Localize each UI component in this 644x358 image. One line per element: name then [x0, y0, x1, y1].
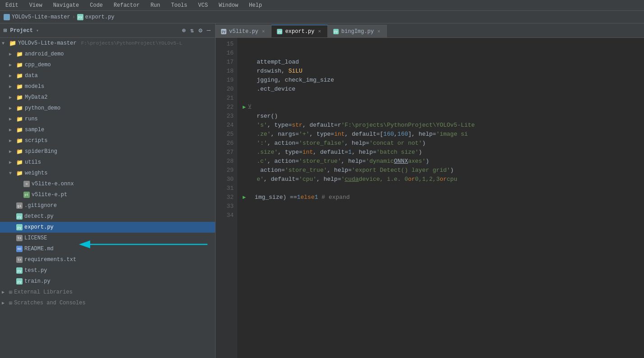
line-num-26: 26 [216, 139, 234, 148]
line-num-24: 24 [216, 121, 234, 130]
sidebar-item-cpp_demo[interactable]: ▶ 📁 cpp_demo [0, 60, 215, 70]
expand-arrow: ▶ [9, 116, 14, 122]
sidebar-item-python_demo[interactable]: ▶ 📁 python_demo [0, 103, 215, 114]
folder-label: runs [25, 116, 38, 122]
sidebar-item-external-libs[interactable]: ▶ ⊞ External Libraries [0, 287, 215, 298]
code-token: 'store_true' [285, 166, 327, 175]
run-gutter-icon[interactable]: ▶ [243, 103, 246, 112]
code-token: , type= [309, 130, 334, 139]
tab-export[interactable]: py export.py × [271, 25, 327, 37]
spacer [9, 225, 14, 230]
expand-arrow: ▶ [2, 300, 7, 306]
tab-icon-bingimg: py [333, 29, 339, 34]
sidebar-item-requirements[interactable]: tx requirements.txt [0, 254, 215, 265]
sidebar-tree: ▼ 📁 YOLOv5-Lite-master F:\projects\Pytho… [0, 38, 215, 358]
folder-icon: 📁 [16, 83, 23, 90]
code-line-16 [243, 49, 644, 58]
menu-code[interactable]: Code [88, 1, 105, 9]
sidebar-header: ⊞ Project ▾ ⊕ ⇅ ⚙ — [0, 23, 215, 38]
breadcrumb-file[interactable]: export.py [85, 14, 115, 20]
code-token: '+' [299, 130, 309, 139]
line-num-30: 30 [216, 175, 234, 184]
file-label: v5lite-e.onnx [32, 181, 74, 187]
sidebar-collapse-icon[interactable]: ⇅ [189, 26, 195, 35]
code-token: ) [450, 166, 454, 175]
sidebar-item-v5lite-onnx[interactable]: o v5lite-e.onnx [0, 179, 215, 189]
sidebar-item-android_demo[interactable]: ▶ 📁 android_demo [0, 49, 215, 60]
folder-icon: 📁 [16, 62, 23, 69]
code-token: .ect_device [243, 85, 295, 94]
sidebar-item-spiderbing[interactable]: ▶ 📁 spiderBing [0, 146, 215, 157]
sidebar-settings-icon[interactable]: ⚙ [198, 26, 203, 35]
sidebar-item-root[interactable]: ▼ 📁 YOLOv5-Lite-master F:\projects\Pytho… [0, 38, 215, 49]
menu-tools[interactable]: Tools [169, 1, 189, 9]
code-token: .c' [257, 157, 267, 166]
main-layout: ⊞ Project ▾ ⊕ ⇅ ⚙ — ▼ 📁 YOLOv5-Lite-mast… [0, 23, 644, 358]
sidebar-item-utils[interactable]: ▶ 📁 utils [0, 157, 215, 168]
breadcrumb-project[interactable]: YOLOv5-Lite-master [12, 14, 70, 20]
menu-refactor[interactable]: Refactor [112, 1, 142, 9]
tab-close-v5lite[interactable]: × [261, 28, 266, 35]
file-label: detect.py [24, 213, 54, 220]
menu-view[interactable]: View [28, 1, 44, 9]
sidebar-item-models[interactable]: ▶ 📁 models [0, 81, 215, 92]
sidebar-item-sample[interactable]: ▶ 📁 sample [0, 124, 215, 135]
line-num-21: 21 [216, 94, 234, 103]
line-num-15: 15 [216, 40, 234, 49]
line-num-16: 16 [216, 49, 234, 58]
scratches-icon: ⊞ [9, 300, 12, 307]
line-num-18: 18 [216, 67, 234, 76]
menu-edit[interactable]: Edit [4, 1, 20, 9]
sidebar-item-detect-py[interactable]: py detect.py [0, 211, 215, 222]
sidebar-item-v5lite-pt[interactable]: pt v5lite-e.pt [0, 189, 215, 200]
sidebar-item-mydata2[interactable]: ▶ 📁 MyData2 [0, 92, 215, 103]
code-token: 'cpu' [299, 175, 317, 184]
menu-navigate[interactable]: Navigate [51, 1, 81, 9]
code-token: 'store_false' [299, 139, 345, 148]
sidebar-item-readme[interactable]: md README.md [0, 243, 215, 254]
root-path: F:\projects\PythonProject\YOLOv5-L [81, 41, 182, 46]
file-label: README.md [24, 246, 54, 252]
folder-label: sample [25, 127, 44, 133]
code-token [243, 130, 257, 139]
code-line-19: jgging, check_img_size [243, 76, 644, 85]
sidebar-item-export-py[interactable]: py export.py [0, 222, 215, 233]
code-content[interactable]: attempt_load rdswish, SiLU jgging, check… [237, 38, 644, 358]
sidebar-item-test-py[interactable]: py test.py [0, 265, 215, 276]
sidebar-item-train-py[interactable]: py train.py [0, 276, 215, 287]
line-num-22: 22 [216, 103, 234, 112]
tab-close-export[interactable]: × [317, 28, 322, 35]
folder-label: weights [25, 170, 47, 176]
sidebar-close-icon[interactable]: — [206, 26, 212, 35]
expand-arrow: ▶ [9, 84, 14, 89]
run-gutter-icon-32[interactable]: ▶ [243, 193, 246, 202]
folder-icon: 📁 [16, 127, 23, 133]
menu-run[interactable]: Run [149, 1, 162, 9]
sidebar-item-scripts[interactable]: ▶ 📁 scripts [0, 135, 215, 146]
menu-window[interactable]: Window [217, 1, 240, 9]
folder-label: scripts [25, 138, 47, 144]
spacer [9, 236, 14, 241]
sidebar-item-scratches[interactable]: ▶ ⊞ Scratches and Consoles [0, 298, 215, 308]
sidebar: ⊞ Project ▾ ⊕ ⇅ ⚙ — ▼ 📁 YOLOv5-Lite-mast… [0, 23, 216, 358]
code-token: , help= [327, 166, 352, 175]
git-icon: gi [16, 202, 23, 209]
line-num-17: 17 [216, 58, 234, 67]
menu-vcs[interactable]: VCS [196, 1, 210, 9]
menu-help[interactable]: Help [247, 1, 264, 9]
tab-v5lite[interactable]: py v5lite.py × [216, 25, 271, 37]
code-line-32: ▶ img_size) == 1 else 1 # expand [243, 193, 644, 202]
code-line-31 [243, 184, 644, 193]
code-token [243, 121, 257, 130]
code-line-34 [243, 211, 644, 220]
sidebar-item-license[interactable]: tx LICENSE [0, 233, 215, 243]
code-token: axes' [408, 157, 426, 166]
sidebar-item-weights[interactable]: ▼ 📁 weights [0, 168, 215, 179]
sidebar-locate-icon[interactable]: ⊕ [181, 26, 186, 35]
tab-bingimg[interactable]: py bingImg.py × [328, 25, 387, 37]
sidebar-item-runs[interactable]: ▶ 📁 runs [0, 114, 215, 124]
code-editor: 15 16 17 18 19 20 21 22 23 24 25 26 27 2… [216, 38, 644, 358]
tab-close-bingimg[interactable]: × [377, 28, 382, 35]
sidebar-item-gitignore[interactable]: gi .gitignore [0, 200, 215, 211]
sidebar-item-data[interactable]: ▶ 📁 data [0, 70, 215, 81]
